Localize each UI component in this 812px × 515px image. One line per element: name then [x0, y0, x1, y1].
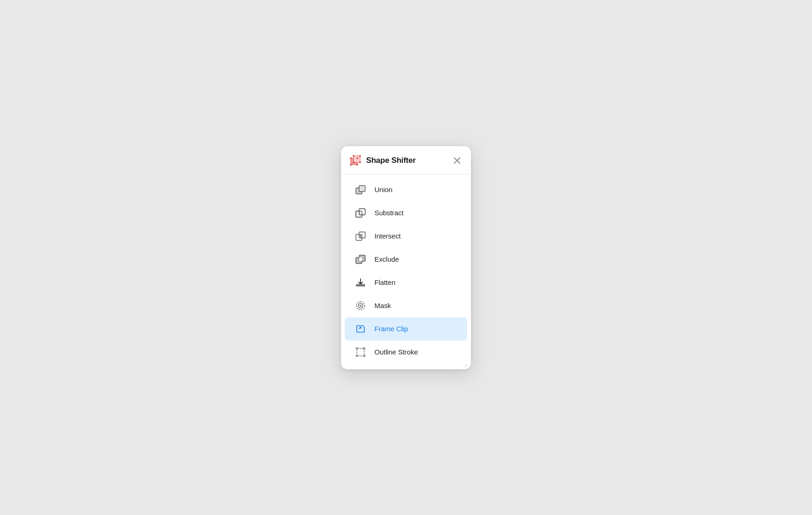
- svg-rect-1: [354, 156, 360, 162]
- intersect-icon: [354, 230, 367, 243]
- svg-rect-31: [356, 355, 358, 356]
- svg-rect-21: [359, 258, 362, 261]
- substract-icon: [354, 206, 367, 219]
- menu-item-union[interactable]: Union: [345, 178, 467, 201]
- exclude-icon: [354, 253, 367, 266]
- svg-rect-11: [359, 186, 365, 192]
- resize-handle[interactable]: ⌟: [464, 361, 467, 367]
- union-icon: [354, 183, 367, 196]
- svg-rect-32: [364, 355, 365, 356]
- svg-point-5: [359, 155, 361, 157]
- svg-point-9: [359, 161, 361, 163]
- svg-rect-29: [356, 348, 358, 349]
- svg-point-8: [353, 161, 354, 163]
- mask-icon: [354, 299, 367, 312]
- menu-item-frame-clip[interactable]: Frame Clip: [345, 317, 467, 341]
- header-left: Shape Shifter: [349, 154, 416, 167]
- svg-point-6: [350, 164, 352, 166]
- menu-item-substract[interactable]: Substract: [345, 201, 467, 225]
- menu-item-mask[interactable]: Mask: [345, 294, 467, 317]
- mask-label: Mask: [374, 302, 391, 309]
- svg-rect-30: [364, 348, 365, 349]
- flatten-icon: [354, 276, 367, 289]
- frame-clip-icon: [354, 322, 367, 335]
- substract-label: Substract: [374, 209, 403, 217]
- menu-item-exclude[interactable]: Exclude: [345, 248, 467, 271]
- exclude-label: Exclude: [374, 255, 399, 263]
- svg-rect-28: [357, 348, 364, 356]
- panel-body: Union Substract: [341, 174, 471, 369]
- svg-point-2: [350, 157, 352, 159]
- close-icon: [453, 157, 461, 164]
- panel-header: Shape Shifter: [341, 146, 471, 174]
- flatten-label: Flatten: [374, 278, 395, 286]
- svg-rect-18: [359, 234, 362, 238]
- svg-point-27: [360, 305, 361, 307]
- union-label: Union: [374, 186, 393, 193]
- close-button[interactable]: [452, 156, 462, 165]
- menu-item-flatten[interactable]: Flatten: [345, 271, 467, 294]
- app-icon: [349, 154, 361, 167]
- svg-point-3: [356, 157, 358, 159]
- outline-stroke-icon: [354, 346, 367, 359]
- frame-clip-label: Frame Clip: [374, 325, 408, 333]
- shape-shifter-panel: Shape Shifter Union: [341, 146, 471, 369]
- menu-item-outline-stroke[interactable]: Outline Stroke: [345, 341, 467, 364]
- panel-title: Shape Shifter: [366, 156, 416, 165]
- svg-point-7: [356, 164, 358, 166]
- outline-stroke-label: Outline Stroke: [374, 348, 418, 356]
- menu-item-intersect[interactable]: Intersect: [345, 225, 467, 248]
- svg-point-4: [353, 155, 354, 157]
- intersect-label: Intersect: [374, 232, 401, 240]
